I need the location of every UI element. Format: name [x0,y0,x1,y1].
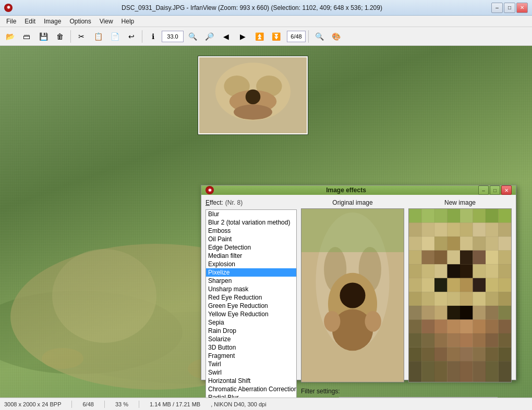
effect-list-item[interactable]: Chromatic Aberration Correction [206,385,296,393]
menu-image[interactable]: Image [40,17,65,26]
minimize-button[interactable]: – [491,3,503,13]
effect-list-item[interactable]: Median filter [206,252,296,260]
svg-rect-117 [460,361,473,382]
svg-rect-105 [409,347,422,362]
effect-list-item[interactable]: Pixelize [206,268,296,277]
close-button[interactable]: ✕ [516,3,528,13]
zoom-display: 33.0 [162,31,184,42]
effect-list-item[interactable]: Twirl [206,360,296,368]
effect-list-item[interactable]: Red Eye Reduction [206,293,296,302]
svg-rect-94 [473,319,486,333]
effect-list-item[interactable]: Solarize [206,335,296,343]
effect-list-item[interactable]: Green Eye Reduction [206,302,296,310]
save-button[interactable]: 💾 [35,29,51,44]
effect-list-item[interactable]: Edge Detection [206,243,296,252]
new-preview-panel: New image [408,199,512,382]
menu-view[interactable]: View [95,17,117,26]
dialog-close-button[interactable]: ✕ [501,185,512,195]
menu-options[interactable]: Options [65,17,95,26]
svg-rect-85 [460,306,473,320]
svg-rect-27 [434,209,448,223]
svg-rect-55 [486,251,499,265]
toolbar-separator-3 [308,30,309,43]
effect-list-item[interactable]: Fragment [206,352,296,360]
effect-list-item[interactable]: Horizontal Shift [206,377,296,385]
zoom-in-button[interactable]: 🔍 [185,29,200,44]
next-button[interactable]: ▶ [235,29,250,44]
delete-button[interactable]: 🗑 [52,29,68,44]
undo-button[interactable]: ↩ [124,29,139,44]
menu-help[interactable]: Help [117,17,139,26]
copy-button[interactable]: 📋 [90,29,106,44]
effect-list-item[interactable]: Yellow Eye Reduction [206,310,296,318]
effect-list-item[interactable]: Sepia [206,318,296,327]
prev-button[interactable]: ◀ [218,29,234,44]
menu-file[interactable]: File [2,17,20,26]
svg-rect-102 [473,333,486,347]
title-bar: ✱ DSC_0931_Daisy.JPG - IrfanView (Zoom: … [0,0,532,16]
info-button[interactable]: ℹ [145,29,161,44]
svg-rect-115 [434,361,448,382]
effect-list-item[interactable]: Blur 2 (total variation method) [206,218,296,227]
svg-rect-86 [473,306,486,320]
cut-button[interactable]: ✂ [74,29,89,44]
effect-list-item[interactable]: Explosion [206,260,296,268]
svg-rect-109 [460,347,473,362]
svg-rect-69 [460,278,473,292]
dialog-minimize-button[interactable]: – [478,185,489,195]
svg-rect-37 [460,223,473,237]
menu-edit[interactable]: Edit [20,17,40,26]
effects-button[interactable]: 🎨 [328,29,344,44]
svg-rect-65 [409,278,422,292]
last-button[interactable]: ⏬ [268,29,284,44]
app-icon: ✱ [4,4,13,12]
svg-rect-23 [301,209,404,252]
svg-rect-68 [448,278,461,292]
status-sep-2 [104,401,105,408]
maximize-button[interactable]: □ [504,3,515,13]
svg-rect-52 [448,251,461,265]
effect-list-item[interactable]: Rain Drop [206,327,296,335]
paste-button[interactable]: 📄 [107,29,123,44]
first-button[interactable]: ⏫ [251,29,267,44]
effect-list-item[interactable]: 3D Button [206,343,296,352]
svg-rect-31 [486,209,499,223]
svg-rect-54 [473,251,486,265]
title-bar-left: ✱ [4,4,13,12]
dialog-maximize-button[interactable]: □ [490,185,500,195]
svg-rect-59 [434,264,448,278]
effect-list-item[interactable]: Oil Paint [206,235,296,243]
open-button[interactable]: 📂 [2,29,18,44]
menu-bar: File Edit Image Options View Help [0,16,532,27]
dialog-title-bar: ✱ Image effects – □ ✕ [201,185,516,195]
svg-rect-72 [499,278,512,292]
toolbar-separator-2 [142,30,142,43]
svg-rect-84 [448,306,461,320]
effect-list-item[interactable]: Unsharp mask [206,285,296,293]
svg-rect-107 [434,347,448,362]
svg-rect-41 [409,237,422,251]
svg-rect-34 [422,223,435,237]
effect-list[interactable]: BlurBlur 2 (total variation method)Embos… [206,210,296,410]
svg-point-21 [324,311,340,332]
svg-rect-40 [499,223,512,237]
svg-rect-100 [448,333,461,347]
toolbar: 📂 🗃 💾 🗑 ✂ 📋 📄 ↩ ℹ 33.0 🔍 🔎 ◀ ▶ ⏫ ⏬ 6/48 … [0,27,532,46]
effect-list-item[interactable]: Sharpen [206,277,296,285]
svg-point-5 [42,348,83,369]
effect-list-item[interactable]: Swirl [206,368,296,377]
thumbnail-button[interactable]: 🗃 [19,29,34,44]
svg-rect-28 [448,209,461,223]
effect-list-item[interactable]: Emboss [206,227,296,235]
svg-rect-93 [460,319,473,333]
svg-rect-83 [434,306,448,320]
svg-rect-46 [473,237,486,251]
effect-label-row: Effect: (Nr. 8) [205,199,297,206]
search-button[interactable]: 🔍 [311,29,327,44]
original-dog-svg [301,209,404,382]
svg-rect-35 [434,223,448,237]
svg-rect-62 [473,264,486,278]
svg-rect-81 [409,306,422,320]
effect-list-item[interactable]: Blur [206,210,296,218]
zoom-out-button[interactable]: 🔎 [201,29,217,44]
